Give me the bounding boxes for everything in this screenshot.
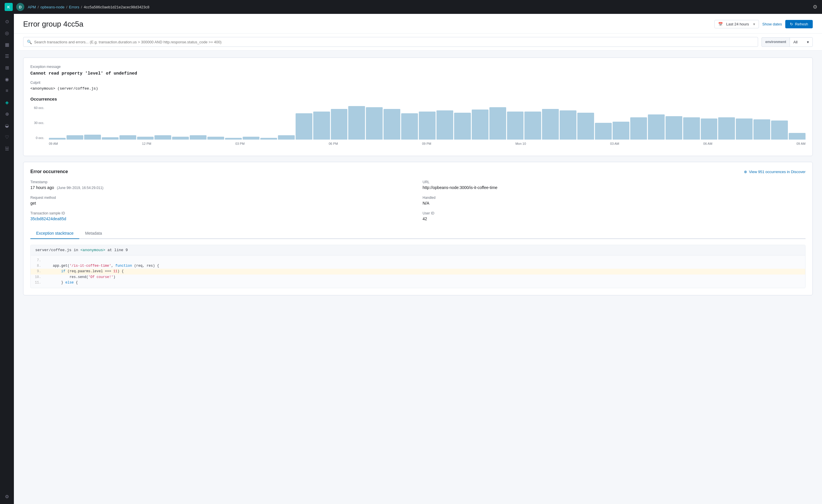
sidebar-item-observability[interactable]: ♡	[2, 132, 12, 142]
show-dates-button[interactable]: Show dates	[762, 22, 782, 26]
sidebar-item-maps[interactable]: ⊞	[2, 62, 12, 73]
chart-bar	[736, 118, 753, 140]
code-line-8: 8. app.get('/is-it-coffee-time', functio…	[31, 263, 805, 269]
user-id-label: User ID	[423, 211, 806, 215]
code-header: server/coffee.js in <anonymous> at line …	[31, 245, 805, 255]
chart-bar	[66, 135, 83, 140]
breadcrumb-service[interactable]: opbeans-node	[40, 5, 64, 9]
sidebar-item-logs[interactable]: ≡	[2, 86, 12, 96]
chart-bar	[454, 113, 471, 140]
request-method-label: Request method	[30, 196, 413, 200]
time-range-label: Last 24 hours	[726, 22, 749, 26]
culprit-label: Culprit	[30, 81, 806, 85]
line-content-11: } else {	[45, 280, 805, 286]
chart-bar	[348, 106, 365, 140]
environment-value: All	[793, 40, 797, 44]
line-num-7: 7.	[31, 258, 45, 263]
user-id-value: 42	[423, 216, 806, 221]
chart-bar	[154, 135, 171, 140]
code-block: server/coffee.js in <anonymous> at line …	[30, 245, 806, 288]
chart-bar	[119, 135, 136, 140]
chart-bar	[595, 123, 612, 140]
search-input-wrapper: 🔍	[23, 37, 758, 47]
handled-value: N/A	[423, 201, 806, 205]
url-label: URL	[423, 180, 806, 184]
chart-bar	[507, 112, 524, 140]
chart-bar	[419, 112, 436, 140]
discover-icon: ⊕	[744, 170, 747, 174]
breadcrumb: APM / opbeans-node / Errors / 4cc5a586c0…	[28, 5, 149, 9]
chart-x-label: 06 AM	[704, 142, 712, 145]
code-at: at line 9	[108, 248, 128, 252]
sidebar-item-ml[interactable]: ◒	[2, 120, 12, 131]
chart-bar	[524, 112, 541, 140]
timestamp-secondary: (June 9th 2019, 16:54:29.011)	[57, 186, 103, 190]
header-controls: 📅 Last 24 hours ▾ Show dates ↻ Refresh	[714, 20, 813, 28]
user-id-item: User ID 42	[423, 211, 806, 221]
sidebar-item-uptime[interactable]: ◉	[2, 74, 12, 84]
meta-grid: Timestamp 17 hours ago (June 9th 2019, 1…	[30, 180, 806, 221]
chevron-down-icon: ▾	[753, 22, 755, 26]
sidebar-item-security[interactable]: ☱	[2, 143, 12, 154]
code-in: in	[74, 248, 80, 252]
chart-x-label: 03 PM	[236, 142, 245, 145]
y-label-60: 60 occ.	[30, 106, 47, 110]
exception-label: Exception message	[30, 65, 806, 69]
chart-bar	[102, 137, 118, 140]
chart-bar	[666, 116, 682, 140]
y-label-0: 0 occ.	[30, 136, 47, 140]
chart-bar	[771, 121, 788, 140]
refresh-button[interactable]: ↻ Refresh	[785, 20, 813, 28]
sidebar-item-dashboard[interactable]: ▦	[2, 39, 12, 50]
chart-bar	[366, 107, 383, 140]
chart-bar	[489, 107, 506, 140]
tab-metadata[interactable]: Metadata	[79, 228, 108, 239]
time-picker[interactable]: 📅 Last 24 hours ▾	[714, 20, 759, 28]
discover-link[interactable]: ⊕ View 951 occurrences in Discover	[744, 170, 806, 174]
sidebar-item-discover[interactable]: ◎	[2, 28, 12, 38]
sidebar-item-canvas[interactable]: ☰	[2, 51, 12, 61]
settings-icon[interactable]: ⚙	[813, 4, 817, 10]
sidebar-item-clock[interactable]: ⊙	[2, 16, 12, 27]
line-num-11: 11.	[31, 280, 45, 286]
breadcrumb-apm[interactable]: APM	[28, 5, 36, 9]
sidebar-item-apm[interactable]: ◈	[2, 97, 12, 108]
url-item: URL http://opbeans-node:3000/is-it-coffe…	[423, 180, 806, 190]
search-input[interactable]	[34, 40, 754, 44]
sidebar-item-fleet[interactable]: ⊕	[2, 109, 12, 119]
env-chevron-icon: ▾	[807, 40, 809, 44]
nav-right: ⚙	[813, 4, 817, 10]
line-content-9: if (req.paarms.level === 11) {	[45, 269, 805, 274]
chart-bar	[260, 138, 277, 140]
transaction-link[interactable]: 35cbd82424dea85d	[30, 216, 66, 221]
chart-x-label: 09 PM	[422, 142, 431, 145]
timestamp-label: Timestamp	[30, 180, 413, 184]
culprit-value: <anonymous> (server/coffee.js)	[30, 86, 806, 91]
error-occurrence-card: Error occurrence ⊕ View 951 occurrences …	[23, 162, 813, 295]
breadcrumb-errors[interactable]: Errors	[69, 5, 79, 9]
main-content: Error group 4cc5a 📅 Last 24 hours ▾ Show…	[14, 14, 822, 504]
line-content-10: res.send('Of course!')	[45, 275, 805, 280]
occurrence-title: Error occurrence	[30, 169, 68, 174]
code-lines: 7. 8. app.get('/is-it-coffee-time', func…	[31, 255, 805, 288]
request-method-value: get	[30, 201, 413, 205]
environment-select[interactable]: All ▾	[790, 37, 813, 47]
chart-bar	[84, 135, 101, 140]
sidebar-item-settings[interactable]: ⚙	[2, 491, 12, 502]
tab-stacktrace[interactable]: Exception stacktrace	[30, 228, 79, 239]
occurrences-chart: 60 occ. 30 occ. 0 occ. 09 AM12 PM03 PM06…	[30, 106, 806, 147]
chart-bar	[560, 110, 576, 140]
url-value: http://opbeans-node:3000/is-it-coffee-ti…	[423, 185, 806, 190]
timestamp-main: 17 hours ago	[30, 185, 54, 190]
code-file: server/coffee.js	[35, 248, 71, 252]
line-num-10: 10.	[31, 275, 45, 280]
line-content-8: app.get('/is-it-coffee-time', function (…	[45, 263, 805, 269]
chart-bars	[49, 106, 806, 140]
handled-item: Handled N/A	[423, 196, 806, 205]
chart-bar	[401, 113, 418, 140]
code-function: <anonymous>	[80, 248, 105, 252]
user-avatar[interactable]: D	[16, 3, 24, 11]
chart-x-label: 03 AM	[610, 142, 619, 145]
discover-link-text: View 951 occurrences in Discover	[749, 170, 806, 174]
page-header: Error group 4cc5a 📅 Last 24 hours ▾ Show…	[14, 14, 822, 34]
